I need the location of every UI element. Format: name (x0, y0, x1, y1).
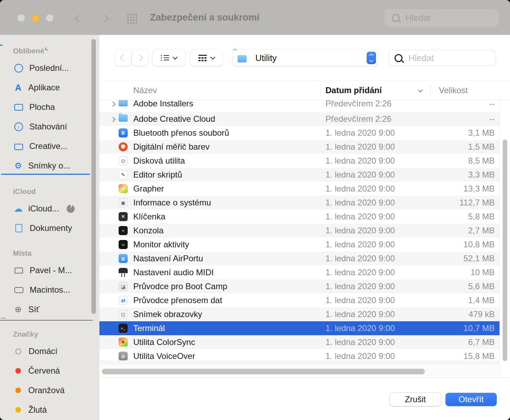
group-view-button[interactable] (190, 50, 223, 66)
globe-icon: ⊕ (13, 304, 23, 315)
sidebar-scrollbar[interactable] (91, 39, 96, 314)
color-meter-icon (119, 142, 128, 151)
folder-icon (119, 100, 128, 106)
sidebar-item-creative[interactable]: Creative... (0, 136, 91, 156)
tag-circle-icon (15, 348, 21, 354)
sidebar-item-label: Dokumenty (30, 223, 72, 233)
sidebar-item-icloud[interactable]: ☁iCloud... (0, 199, 91, 218)
file-name: Nastavení audio MIDI (133, 265, 214, 279)
sidebar-item-oranov[interactable]: Oranžová (0, 381, 91, 400)
colorsync-icon: × (119, 338, 128, 347)
close-button (17, 14, 25, 22)
file-row[interactable]: Adobe InstallersPředevčírem 2:26-- (99, 100, 500, 111)
sidebar-item-label: Plocha (29, 102, 55, 112)
show-all-grid-icon[interactable] (126, 13, 137, 24)
file-row[interactable]: ⊡Snímek obrazovky1. ledna 2020 9:00479 k… (99, 307, 500, 321)
search-input[interactable] (408, 53, 479, 63)
vertical-scrollbar-thumb[interactable] (503, 140, 507, 361)
file-row[interactable]: Nastavení audio MIDI1. ledna 2020 9:0010… (99, 265, 500, 279)
window-title: Zabezpečení a soukromí (150, 0, 260, 35)
group-view-icon (198, 55, 207, 61)
column-separator[interactable] (320, 84, 321, 97)
sidebar-item-label: Pavel - M... (30, 265, 72, 275)
file-row[interactable]: Adobe Creative CloudPředevčírem 2:26-- (99, 112, 500, 126)
tag-orange-icon (15, 388, 21, 393)
horizontal-scrollbar-track[interactable] (99, 366, 501, 377)
file-date-added: 1. ledna 2020 9:00 (325, 140, 395, 154)
vertical-scrollbar-track[interactable] (500, 100, 510, 366)
sidebar-item-dokumenty[interactable]: Dokumenty (0, 218, 91, 238)
sidebar-item-aplikace[interactable]: AAplikace (0, 78, 91, 97)
sidebar-item-macintos[interactable]: Macintos... (0, 280, 91, 300)
icloud-sync-progress (67, 205, 75, 213)
file-name: Adobe Installers (133, 100, 193, 111)
back-arrow-icon (120, 54, 127, 61)
dialog-search-field[interactable] (389, 50, 496, 66)
file-row[interactable]: ≋Nastavení AirPortu1. ledna 2020 9:0052,… (99, 252, 500, 265)
sidebar-item-stahovn[interactable]: Stahování (0, 117, 91, 136)
folder-outline-icon (14, 144, 23, 150)
file-size: 13,3 MB (464, 182, 495, 196)
column-header-date-added[interactable]: Datum přidání (325, 81, 382, 100)
file-date-added: 1. ledna 2020 9:00 (325, 265, 395, 279)
dialog-toolbar: Utility (99, 35, 510, 80)
file-row[interactable]: ≈Monitor aktivity1. ledna 2020 9:0010,8 … (99, 238, 500, 252)
file-row[interactable]: ≈Grapher1. ledna 2020 9:0013,3 MB (99, 182, 500, 196)
file-size: 15,8 MB (464, 349, 495, 360)
disclosure-chevron-icon[interactable] (110, 117, 116, 122)
file-row[interactable]: ✎Editor skriptů1. ledna 2020 9:003,3 MB (99, 168, 500, 182)
file-row[interactable]: ◪Průvodce pro Boot Camp1. ledna 2020 9:0… (99, 279, 500, 293)
file-date-added: 1. ledna 2020 9:00 (325, 154, 395, 168)
file-row[interactable]: ▣Informace o systému1. ledna 2020 9:0011… (99, 196, 500, 210)
file-date-added: 1. ledna 2020 9:00 (325, 210, 395, 224)
file-list: Adobe InstallersPředevčírem 2:26--Adobe … (99, 100, 500, 360)
sidebar-item-lut[interactable]: Žlutá (0, 400, 91, 420)
file-name: Utilita VoiceOver (133, 349, 195, 360)
location-stepper[interactable] (367, 52, 376, 64)
file-date-added: 1. ledna 2020 9:00 (325, 279, 395, 293)
sidebar-item-plocha[interactable]: Plocha (0, 97, 91, 117)
file-row[interactable]: >_Terminál1. ledna 2020 9:0010,7 MB (99, 321, 500, 335)
sidebar-item-pavelm[interactable]: Pavel - M... (0, 261, 91, 280)
minimize-button[interactable] (32, 14, 40, 22)
file-row[interactable]: BBluetooth přenos souborů1. ledna 2020 9… (99, 126, 500, 140)
file-row[interactable]: ≡Konzola1. ledna 2020 9:002,7 MB (99, 224, 500, 238)
column-separator[interactable] (430, 84, 430, 97)
chevron-down-icon (210, 55, 215, 60)
file-row[interactable]: ×Utilita ColorSync1. ledna 2020 9:006,7 … (99, 335, 500, 349)
sidebar-item-label: Aplikace (28, 83, 60, 92)
file-size: 5,8 MB (468, 210, 495, 224)
location-dropdown[interactable]: Utility (233, 50, 378, 66)
back-button[interactable] (115, 50, 131, 66)
file-size: 3,1 MB (468, 126, 495, 140)
file-row[interactable]: ×Klíčenka1. ledna 2020 9:005,8 MB (99, 210, 500, 224)
list-view-button[interactable] (152, 50, 185, 66)
file-name: Nastavení AirPortu (133, 252, 203, 265)
file-name: Průvodce přenosem dat (133, 293, 222, 307)
disk-utility-icon: ⊙ (119, 156, 128, 165)
terminal-icon: >_ (119, 324, 128, 333)
column-header-size[interactable]: Velikost (439, 81, 468, 100)
sidebar-item-s[interactable]: ⊕Síť (0, 300, 91, 319)
file-row[interactable]: ⊚Utilita VoiceOver1. ledna 2020 9:0015,8… (99, 349, 500, 360)
sidebar-section: ZnačkyDomácíČervenáOranžováŽlutá (0, 330, 91, 420)
download-icon (14, 122, 23, 131)
file-row[interactable]: Digitální měřič barev1. ledna 2020 9:001… (99, 140, 500, 154)
sidebar-item-erven[interactable]: Červená (0, 361, 91, 381)
file-name: Terminál (133, 321, 165, 335)
forward-button[interactable] (132, 50, 148, 66)
file-size: -- (489, 100, 495, 111)
forward-arrow-icon (102, 16, 108, 23)
horizontal-scrollbar-thumb[interactable] (102, 369, 425, 374)
file-date-added: 1. ledna 2020 9:00 (325, 126, 395, 140)
sidebar-item-posledn[interactable]: Poslední... (0, 58, 91, 78)
disclosure-chevron-icon[interactable] (110, 102, 116, 107)
cancel-button[interactable]: Zrušit (390, 393, 441, 406)
column-header-name[interactable]: Název (133, 81, 157, 100)
sidebar-item-domc[interactable]: Domácí (0, 342, 91, 361)
sidebar-item-snmkyo[interactable]: ⚙Snímky o... (0, 156, 91, 175)
file-row[interactable]: ⇄Průvodce přenosem dat1. ledna 2020 9:00… (99, 293, 500, 307)
open-button[interactable]: Otevřít (445, 393, 497, 406)
file-row[interactable]: ⊙Disková utilita1. ledna 2020 9:008,5 MB (99, 154, 500, 168)
laptop-icon (15, 268, 23, 273)
